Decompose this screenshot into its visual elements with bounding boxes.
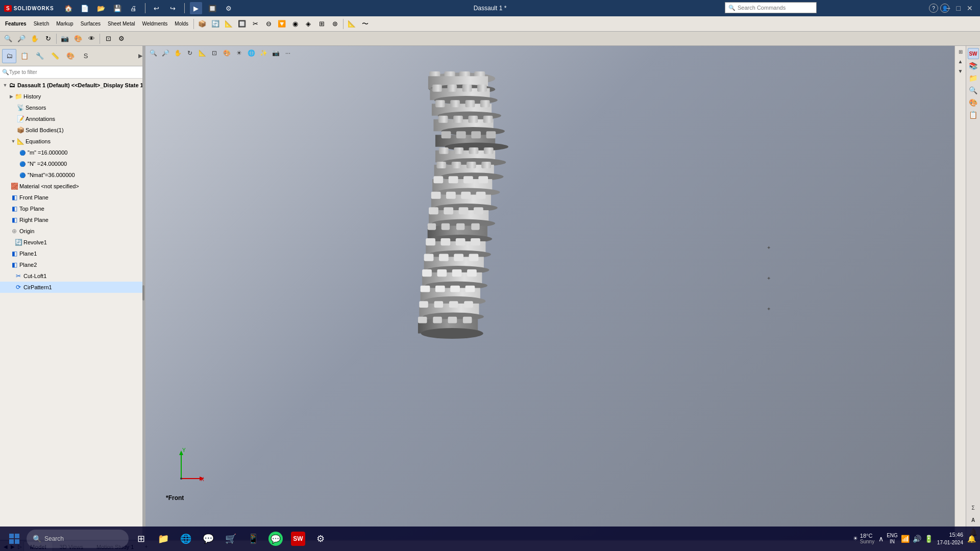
chevron-up-icon[interactable]: ∧ — [878, 535, 884, 543]
display-manager-tab[interactable]: 🎨 — [63, 49, 78, 63]
settings-btn[interactable]: ⚙ — [223, 2, 235, 14]
tree-eq-n[interactable]: 🔵 "N" =24.000000 — [0, 158, 144, 169]
home-btn[interactable]: 🏠 — [62, 2, 75, 14]
system-clock[interactable]: 15:46 17-01-2024 — [937, 531, 963, 546]
battery-icon[interactable]: 🔋 — [924, 535, 933, 543]
undo-btn[interactable]: ↩ — [151, 2, 163, 14]
tp-design-library[interactable]: 📚 — [968, 60, 979, 71]
tree-eq-m[interactable]: 🔵 "m" =16.000000 — [0, 147, 144, 158]
equations-toggle[interactable]: ▼ — [10, 139, 16, 144]
rp-scroll-down[interactable]: ▼ — [956, 66, 965, 76]
select-btn[interactable]: ▶ — [190, 2, 202, 14]
tp-custom-properties[interactable]: 📋 — [968, 109, 979, 120]
start-button[interactable] — [4, 529, 24, 549]
zoom-fit-btn[interactable]: 🔍 — [2, 33, 14, 45]
tree-cirpattern1[interactable]: ⟳ CirPattern1 — [0, 282, 144, 293]
solidworks-taskbar-btn[interactable]: SW — [288, 529, 308, 549]
view-3d-btn[interactable]: 📐 — [197, 47, 208, 59]
tp-search[interactable]: 🔍 — [968, 85, 979, 96]
tree-plane1[interactable]: ◧ Plane1 — [0, 248, 144, 259]
appearance-btn[interactable]: ✨ — [258, 47, 269, 59]
display-style-btn[interactable]: 🎨 — [72, 33, 84, 45]
shadows-btn[interactable]: ☀ — [233, 47, 244, 59]
whatsapp-taskbar-btn[interactable]: 💬 — [265, 529, 286, 549]
tree-sensors[interactable]: 📡 Sensors — [0, 102, 144, 113]
open-btn[interactable]: 📂 — [95, 2, 107, 14]
chat-taskbar-btn[interactable]: 💬 — [198, 529, 218, 549]
boundary-btn[interactable]: 🔲 — [236, 18, 248, 30]
dim-expert-tab[interactable]: 📏 — [48, 49, 62, 63]
curves-btn[interactable]: 〜 — [359, 18, 371, 30]
history-toggle[interactable]: ▶ — [8, 94, 14, 99]
revolved-boss-btn[interactable]: 🔄 — [209, 18, 222, 30]
weldments-tab[interactable]: Weldments — [139, 18, 170, 30]
tree-material[interactable]: 🧱 Material <not specified> — [0, 181, 144, 192]
lofted-cut-btn[interactable]: 🔽 — [276, 18, 288, 30]
tree-cut-loft1[interactable]: ✂ Cut-Loft1 — [0, 270, 144, 282]
extruded-boss-btn[interactable]: 📦 — [196, 18, 208, 30]
zoom-area-btn[interactable]: 🔎 — [15, 33, 28, 45]
camera-btn[interactable]: 📷 — [270, 47, 281, 59]
linear-pattern-btn[interactable]: ⊞ — [315, 18, 328, 30]
zoom-area-vt-btn[interactable]: 🔎 — [160, 47, 171, 59]
task-view-btn[interactable]: ⊞ — [131, 529, 151, 549]
tree-top-plane[interactable]: ◧ Top Plane — [0, 203, 144, 214]
zoom-fit-vt-btn[interactable]: 🔍 — [148, 47, 159, 59]
pan-vt-btn[interactable]: ✋ — [172, 47, 183, 59]
tree-right-plane[interactable]: ◧ Right Plane — [0, 214, 144, 226]
notification-btn[interactable]: 🔔 — [967, 535, 976, 543]
3d-viewport[interactable]: 🔍 🔎 ✋ ↻ 📐 ⊡ 🎨 ☀ 🌐 ✨ 📷 ··· — [145, 46, 954, 540]
reference-geometry-btn[interactable]: 📐 — [346, 18, 358, 30]
chamfer-btn[interactable]: ◈ — [302, 18, 314, 30]
panel-resizer[interactable] — [142, 46, 144, 540]
tree-front-plane[interactable]: ◧ Front Plane — [0, 192, 144, 203]
files-taskbar-btn[interactable]: 📁 — [153, 529, 174, 549]
solidworks-resources-tab[interactable]: S — [79, 49, 93, 63]
extruded-cut-btn[interactable]: ✂ — [249, 18, 261, 30]
new-btn[interactable]: 📄 — [79, 2, 91, 14]
lang-indicator[interactable]: ENGIN — [887, 533, 898, 545]
phone-taskbar-btn[interactable]: 📱 — [243, 529, 263, 549]
fillet-btn[interactable]: ◉ — [289, 18, 301, 30]
close-btn[interactable]: ✕ — [964, 3, 976, 13]
redo-btn[interactable]: ↪ — [167, 2, 179, 14]
tp-appearances[interactable]: 🎨 — [968, 97, 979, 108]
search-commands-input[interactable] — [738, 5, 813, 11]
more-btn[interactable]: ··· — [282, 47, 293, 59]
markup-tab[interactable]: Markup — [53, 18, 76, 30]
scene-btn[interactable]: 🌐 — [246, 47, 257, 59]
settings-taskbar-btn[interactable]: ⚙ — [310, 529, 331, 549]
molds-tab[interactable]: Molds — [172, 18, 191, 30]
tree-annotations[interactable]: 📝 Annotations — [0, 113, 144, 124]
sheet-metal-tab[interactable]: Sheet Metal — [105, 18, 138, 30]
tree-revolve1[interactable]: 🔄 Revolve1 — [0, 237, 144, 248]
volume-icon[interactable]: 🔊 — [913, 535, 921, 543]
tree-plane2[interactable]: ◧ Plane2 — [0, 259, 144, 270]
tp-document-properties[interactable]: Σ — [968, 502, 979, 513]
tree-equations[interactable]: ▼ 📐 Equations — [0, 136, 144, 147]
community-btn[interactable]: 👤 — [940, 4, 949, 13]
rp-filter-btn[interactable]: ⊞ — [956, 47, 965, 56]
print-btn[interactable]: 🖨 — [128, 2, 140, 14]
windows-search[interactable]: 🔍 Search — [27, 530, 129, 548]
hide-show-btn[interactable]: 👁 — [85, 33, 97, 45]
display-style-vt-btn[interactable]: 🎨 — [221, 47, 232, 59]
rp-scroll-up[interactable]: ▲ — [956, 57, 965, 66]
panel-expand-btn[interactable]: ▶ — [138, 53, 142, 59]
section-view-btn[interactable]: ⊡ — [102, 33, 114, 45]
weather-widget[interactable]: ☀ 18°C Sunny — [853, 533, 874, 544]
lofted-btn[interactable]: 📐 — [223, 18, 235, 30]
rotate-vt-btn[interactable]: ↻ — [184, 47, 195, 59]
config-manager-tab[interactable]: 🔧 — [33, 49, 47, 63]
maximize-btn[interactable]: □ — [953, 3, 964, 13]
sketch-tab[interactable]: Sketch — [31, 18, 53, 30]
view-section-btn[interactable]: ⊡ — [209, 47, 220, 59]
wifi-icon[interactable]: 📶 — [901, 535, 910, 543]
surfaces-tab[interactable]: Surfaces — [78, 18, 104, 30]
revolved-cut-btn[interactable]: ⊖ — [262, 18, 275, 30]
tree-solid-bodies[interactable]: 📦 Solid Bodies(1) — [0, 124, 144, 136]
tp-file-explorer[interactable]: 📁 — [968, 72, 979, 84]
rebuild-btn[interactable]: 🔲 — [206, 2, 218, 14]
tree-origin[interactable]: ⊕ Origin — [0, 226, 144, 237]
view-orientation-btn[interactable]: 📷 — [59, 33, 71, 45]
